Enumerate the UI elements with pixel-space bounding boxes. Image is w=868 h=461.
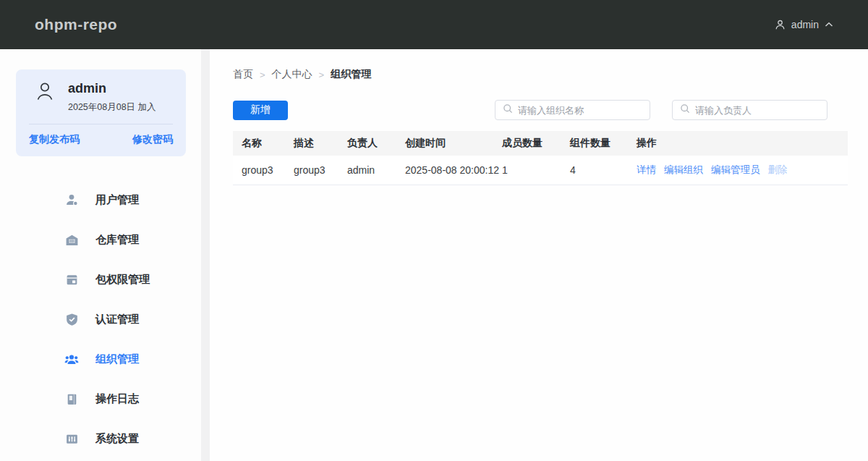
search-icon xyxy=(680,103,690,117)
delete-link[interactable]: 删除 xyxy=(768,164,788,177)
col-header-member-count: 成员数量 xyxy=(493,137,561,150)
auth-shield-icon xyxy=(64,312,79,326)
cell-description: group3 xyxy=(285,164,339,176)
user-menu[interactable]: admin xyxy=(775,19,833,30)
sidebar-item-label: 操作日志 xyxy=(95,392,139,406)
organization-table: 名称 描述 负责人 创建时间 成员数量 组件数量 操作 group3 group… xyxy=(233,131,848,185)
sidebar-item-label: 用户管理 xyxy=(95,193,139,207)
col-header-component-count: 组件数量 xyxy=(561,137,628,150)
detail-link[interactable]: 详情 xyxy=(637,164,656,177)
org-group-icon xyxy=(64,352,79,366)
sidebar-divider xyxy=(201,49,210,461)
table-header-row: 名称 描述 负责人 创建时间 成员数量 组件数量 操作 xyxy=(233,131,848,156)
search-org-box xyxy=(495,100,650,120)
breadcrumb: 首页 > 个人中心 > 组织管理 xyxy=(233,68,848,81)
sidebar-item-package-permission[interactable]: 包权限管理 xyxy=(0,260,201,300)
operation-log-icon xyxy=(64,392,79,406)
sidebar-item-warehouse-management[interactable]: 仓库管理 xyxy=(0,220,201,260)
col-header-owner: 负责人 xyxy=(339,137,396,150)
col-header-name: 名称 xyxy=(233,137,285,150)
edit-admin-link[interactable]: 编辑管理员 xyxy=(711,164,760,177)
cell-actions: 详情 编辑组织 编辑管理员 删除 xyxy=(628,164,848,177)
sidebar-item-label: 认证管理 xyxy=(95,313,139,326)
search-icon xyxy=(503,103,513,117)
search-owner-box xyxy=(672,100,827,120)
sidebar-item-organization-management[interactable]: 组织管理 xyxy=(0,339,201,379)
col-header-description: 描述 xyxy=(285,137,339,150)
add-button[interactable]: 新增 xyxy=(233,101,288,120)
cell-component-count: 4 xyxy=(561,164,628,176)
cell-created-time: 2025-08-08 20:00:12 xyxy=(396,164,493,176)
cell-member-count: 1 xyxy=(493,164,561,176)
sidebar-item-label: 组织管理 xyxy=(95,352,139,366)
search-org-input[interactable] xyxy=(518,105,645,116)
card-divider xyxy=(29,124,173,124)
toolbar: 新增 xyxy=(233,100,848,120)
sidebar: admin 2025年08月08日 加入 复制发布码 修改密码 xyxy=(0,49,201,461)
sidebar-item-system-settings[interactable]: 系统设置 xyxy=(0,419,201,459)
sidebar-item-auth-management[interactable]: 认证管理 xyxy=(0,300,201,339)
edit-org-link[interactable]: 编辑组织 xyxy=(664,164,703,177)
copy-publish-code-link[interactable]: 复制发布码 xyxy=(29,133,80,146)
avatar-icon xyxy=(35,81,56,104)
change-password-link[interactable]: 修改密码 xyxy=(132,133,173,146)
sidebar-item-label: 包权限管理 xyxy=(95,273,150,287)
table-row: group3 group3 admin 2025-08-08 20:00:12 … xyxy=(233,156,848,185)
breadcrumb-current: 组织管理 xyxy=(331,68,371,81)
user-icon xyxy=(64,193,79,207)
topbar: ohpm-repo admin xyxy=(0,0,868,49)
user-name: admin xyxy=(791,19,819,30)
app-logo: ohpm-repo xyxy=(35,16,117,33)
user-icon xyxy=(775,20,786,30)
user-card: admin 2025年08月08日 加入 复制发布码 修改密码 xyxy=(16,69,186,156)
join-date: 2025年08月08日 加入 xyxy=(68,101,156,114)
cell-owner: admin xyxy=(339,164,396,176)
warehouse-icon xyxy=(64,232,79,247)
sidebar-item-label: 仓库管理 xyxy=(95,233,139,247)
cell-name: group3 xyxy=(233,164,285,176)
search-owner-input[interactable] xyxy=(695,105,822,116)
chevron-up-icon xyxy=(825,22,833,28)
breadcrumb-home[interactable]: 首页 xyxy=(233,68,253,81)
package-perm-icon xyxy=(64,272,79,287)
system-settings-icon xyxy=(64,431,79,446)
profile-name: admin xyxy=(68,81,156,97)
sidebar-item-operation-log[interactable]: 操作日志 xyxy=(0,379,201,419)
col-header-created-time: 创建时间 xyxy=(396,137,493,150)
sidebar-item-label: 系统设置 xyxy=(95,432,139,446)
sidebar-item-user-management[interactable]: 用户管理 xyxy=(0,180,201,220)
breadcrumb-separator: > xyxy=(260,69,265,80)
breadcrumb-separator: > xyxy=(319,69,325,80)
col-header-actions: 操作 xyxy=(628,137,848,150)
sidebar-menu: 用户管理 仓库管理 xyxy=(0,180,201,459)
breadcrumb-personal-center[interactable]: 个人中心 xyxy=(272,68,312,81)
main-content: 首页 > 个人中心 > 组织管理 新增 xyxy=(210,49,868,461)
